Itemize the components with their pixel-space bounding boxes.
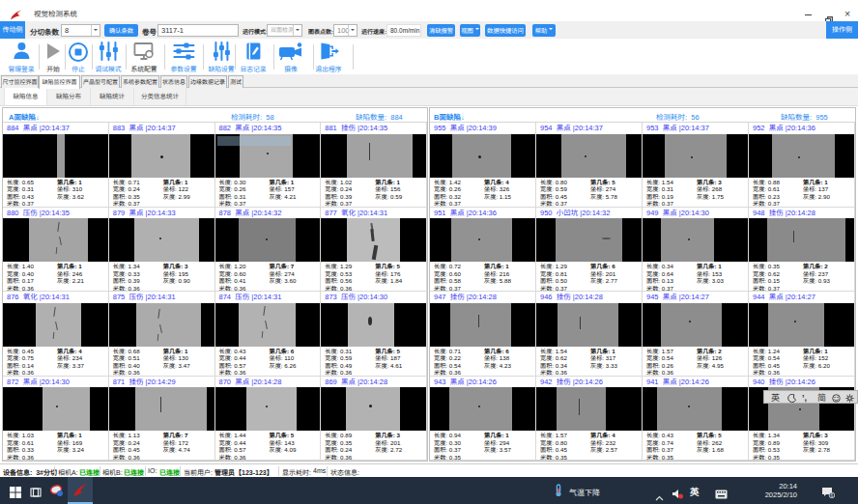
svg-text:6: 6	[831, 492, 834, 498]
